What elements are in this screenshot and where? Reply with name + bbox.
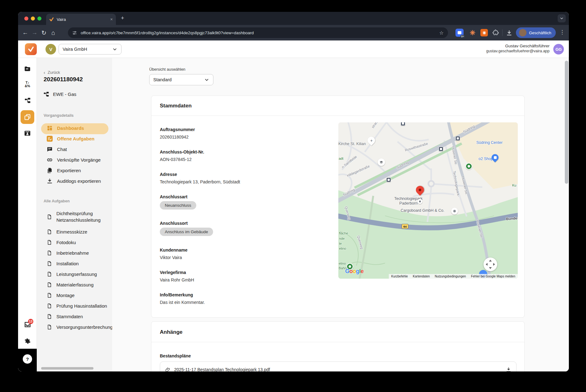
back-label: Zurück: [48, 70, 60, 75]
green-poi[interactable]: [465, 163, 472, 170]
vaira-logo[interactable]: [25, 43, 37, 55]
field-label: Adresse: [160, 172, 177, 177]
tab-close-icon[interactable]: ×: [110, 17, 113, 22]
bookmark-star-icon[interactable]: ☆: [439, 30, 444, 36]
task-item[interactable]: Montage: [47, 293, 74, 298]
back-icon[interactable]: ←: [21, 29, 30, 36]
extension-sprocket-icon[interactable]: [469, 29, 476, 36]
task-item[interactable]: Leistungserfassung: [47, 272, 97, 277]
tab-search-button[interactable]: [558, 14, 566, 22]
rail-item-formats[interactable]: T♪&%: [18, 81, 37, 88]
anhaenge-card: Anhänge Bestandspläne 2025-11-17 Bestand…: [151, 321, 525, 371]
bus-stop-icon[interactable]: [439, 147, 443, 151]
browser-menu-icon[interactable]: ⋮: [560, 29, 565, 35]
rail-item-workflows[interactable]: [18, 97, 37, 103]
document-icon: [47, 314, 52, 319]
google-map[interactable]: straße Roswithastraße Südring Südring Sü…: [338, 122, 518, 279]
poi-label[interactable]: Cargoboard GmbH & Co.: [401, 208, 444, 213]
notification-badge: 13: [28, 319, 33, 324]
task-item[interactable]: Materialerfassung: [47, 282, 93, 287]
poi-label[interactable]: Südring Center: [476, 140, 503, 145]
sidebar-item-linked[interactable]: Verknüpfte Vorgänge: [47, 157, 101, 163]
task-item[interactable]: Prüfung Hausinstallation: [47, 303, 107, 309]
user-avatar[interactable]: GG: [553, 44, 564, 54]
rail-item-contacts[interactable]: [18, 130, 37, 137]
field-value: Vaira Rohr GmbH: [160, 277, 194, 282]
map-footer-link[interactable]: Kurzbefehle: [391, 275, 408, 278]
workflow-icon: [25, 97, 31, 103]
window-close-button[interactable]: [24, 17, 28, 21]
bus-stop-icon[interactable]: [401, 122, 405, 126]
cargoboard-poi[interactable]: [451, 208, 458, 215]
home-icon[interactable]: ⌂: [49, 29, 58, 36]
task-item[interactable]: Installation: [47, 261, 79, 266]
window-minimize-button[interactable]: [31, 17, 35, 21]
task-label: Montage: [56, 293, 74, 298]
task-item[interactable]: Einmessskizze: [47, 229, 87, 234]
rail-item-inbox[interactable]: 13: [18, 321, 37, 328]
overview-select-label: Übersicht auswählen: [149, 67, 185, 72]
reload-icon[interactable]: ↻: [39, 29, 49, 36]
document-icon: [47, 282, 52, 287]
sidebar-horizontal-scrollbar[interactable]: [41, 367, 93, 370]
profile-chip[interactable]: Geschäftlich: [516, 27, 556, 38]
sidebar-item-auditlogs[interactable]: Auditlogs exportieren: [47, 178, 101, 184]
org-select[interactable]: Vaira GmbH: [59, 44, 121, 54]
google-logo[interactable]: Google: [345, 268, 364, 275]
org-avatar-letter: V: [49, 47, 52, 52]
sidebar-item-open-tasks[interactable]: Offene Aufgaben: [47, 136, 94, 142]
item-label: Chat: [57, 147, 67, 152]
map-footer-link[interactable]: Kartendaten: [413, 275, 430, 278]
task-item[interactable]: Stammdaten: [47, 314, 83, 319]
field-label: Anschluss-Objekt-Nr.: [160, 149, 204, 154]
task-item[interactable]: Fotodoku: [47, 240, 76, 245]
map-footer-link[interactable]: Fehler bei Google Maps melden: [471, 275, 515, 278]
vertical-scrollbar[interactable]: [565, 61, 568, 184]
workflow-link[interactable]: EWE - Gas: [44, 92, 76, 97]
task-label: Dichtheitsprüfung Netzanschlussleitung: [56, 210, 111, 223]
rail-item-instances-active[interactable]: [18, 110, 37, 124]
main-content: Übersicht auswählen Standard Stammdaten …: [112, 58, 569, 371]
sidebar-item-export[interactable]: Exportieren: [47, 168, 81, 173]
new-tab-button[interactable]: +: [121, 15, 124, 21]
poi-label[interactable]: o2 Shop: [479, 157, 493, 161]
sidebar-item-chat[interactable]: Chat: [47, 146, 67, 152]
profile-label: Geschäftlich: [529, 31, 551, 35]
poi-label[interactable]: Kirche St. Kilian: [338, 142, 366, 146]
rail-footer: ?: [18, 349, 37, 371]
download-icon[interactable]: [506, 367, 511, 372]
forward-icon[interactable]: →: [30, 29, 39, 36]
task-item[interactable]: Inbetriebnahme: [47, 250, 89, 256]
area-label: Ku: [512, 183, 516, 187]
back-link[interactable]: ‹ Zurück: [44, 70, 60, 75]
downloads-icon[interactable]: [506, 30, 512, 36]
extensions-puzzle-icon[interactable]: [492, 29, 499, 36]
location-poi[interactable]: [417, 199, 422, 204]
school-poi[interactable]: [378, 158, 385, 166]
task-label: Fotodoku: [56, 240, 76, 245]
extension-orange-icon[interactable]: [480, 29, 488, 36]
chevron-down-icon: [112, 47, 117, 52]
item-label: Verknüpfte Vorgänge: [57, 157, 101, 163]
overview-select[interactable]: Standard: [149, 74, 213, 85]
url-bar[interactable]: office.vaira.app/o/c7be7mnm5f1rdro8tg2g/…: [68, 27, 448, 38]
extension-badge: 9+: [460, 35, 465, 38]
window-zoom-button[interactable]: [37, 17, 41, 21]
attachment-row[interactable]: 2025-11-17 Bestandsplan Technologiepark …: [160, 361, 517, 371]
document-icon: [47, 240, 52, 245]
bus-stop-icon[interactable]: [455, 136, 460, 141]
map-pan-control[interactable]: [484, 257, 497, 271]
map-footer-link[interactable]: Nutzungsbedingungen: [435, 275, 466, 278]
rail-item-projects[interactable]: [18, 65, 37, 72]
site-settings-icon[interactable]: [72, 31, 77, 35]
pan-arrows-icon: [484, 257, 497, 271]
task-item[interactable]: Dichtheitsprüfung Netzanschlussleitung: [47, 210, 111, 223]
sidebar-item-dashboards[interactable]: Dashboards: [47, 125, 84, 131]
divider: [151, 116, 524, 116]
rail-item-settings[interactable]: [18, 338, 37, 345]
bus-stop-icon[interactable]: [386, 177, 391, 182]
help-button[interactable]: ?: [23, 354, 32, 364]
browser-tab[interactable]: Vaira ×: [46, 14, 116, 25]
task-item[interactable]: Versorgungsunterbrechung: [47, 324, 112, 330]
extension-sidebar-icon[interactable]: 9+: [455, 29, 464, 37]
